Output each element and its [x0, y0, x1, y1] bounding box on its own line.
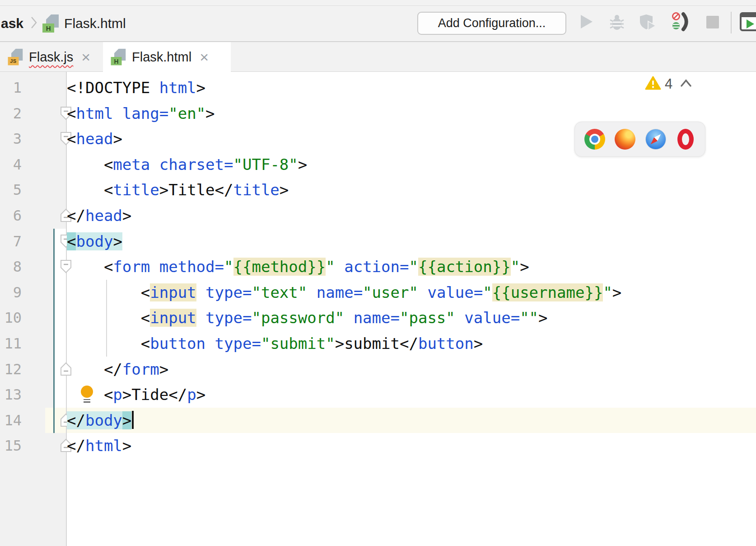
line-number: 13: [0, 382, 22, 408]
code-token: [150, 258, 159, 276]
code-token: >: [113, 130, 122, 148]
code-token: input: [150, 283, 196, 301]
breadcrumb-chevron-icon: [30, 15, 38, 32]
code-token: <: [67, 334, 150, 353]
stop-icon[interactable]: [706, 15, 719, 31]
code-token: </: [67, 207, 85, 225]
close-tab-icon[interactable]: ×: [81, 49, 90, 65]
chrome-icon[interactable]: [584, 129, 605, 150]
close-tab-icon[interactable]: ×: [200, 49, 209, 65]
code-token: >Title</: [159, 181, 233, 199]
code-token: html: [76, 104, 113, 122]
code-token: <: [67, 309, 150, 327]
line-number: 7: [0, 229, 22, 254]
run-icon[interactable]: [579, 14, 594, 32]
code-token: "UTF-8": [233, 155, 298, 174]
code-line-14[interactable]: </body>: [67, 408, 756, 433]
js-file-badge: JS: [8, 57, 19, 65]
safari-icon[interactable]: [645, 129, 666, 150]
code-token: "text": [252, 283, 307, 301]
code-token: >: [113, 232, 122, 250]
code-token: <!DOCTYPE: [67, 79, 159, 97]
line-number: 5: [0, 177, 22, 203]
tab-flask-html[interactable]: H Flask.html ×: [103, 42, 231, 72]
chevron-up-icon[interactable]: [679, 78, 693, 90]
intention-bulb-icon[interactable]: [81, 386, 94, 405]
code-token: form: [113, 258, 150, 276]
code-editor[interactable]: 123456789101112131415 <!DOCTYPE html><ht…: [0, 72, 756, 546]
code-token: [196, 309, 205, 327]
code-token: ": [511, 258, 520, 276]
code-token: ": [224, 258, 233, 276]
breadcrumb-file[interactable]: Flask.html: [64, 16, 126, 31]
code-line-8[interactable]: <form method="{{method}}" action="{{acti…: [67, 254, 756, 280]
code-token: {{username}}: [492, 283, 603, 301]
line-number: 15: [0, 433, 22, 459]
run-window-icon[interactable]: [740, 12, 756, 33]
html-file-badge: H: [42, 24, 54, 33]
warning-count: 4: [665, 76, 672, 92]
code-token: >Tide</: [122, 386, 187, 404]
code-line-5[interactable]: <title>Title</title>: [67, 177, 756, 203]
code-token: [455, 309, 464, 327]
inspection-widget[interactable]: 4: [645, 76, 693, 92]
code-line-9[interactable]: <input type="text" name="user" value="{{…: [67, 280, 756, 306]
code-token: ": [603, 283, 612, 301]
code-token: type=: [215, 334, 261, 353]
code-line-11[interactable]: <button type="submit">submit</button>: [67, 331, 756, 357]
code-token: [196, 283, 205, 301]
opera-icon[interactable]: [677, 129, 694, 150]
warning-triangle-icon: [645, 76, 661, 92]
code-token: p: [113, 386, 122, 404]
code-token: >: [538, 309, 547, 327]
code-token: [344, 309, 353, 327]
code-token: body: [76, 232, 113, 250]
breadcrumb-project[interactable]: ask: [1, 16, 23, 31]
code-token: value=: [427, 283, 483, 301]
code-token: type=: [205, 309, 252, 327]
code-token: "password": [252, 309, 344, 327]
code-line-13[interactable]: <p>Tide</p>: [67, 382, 756, 408]
matched-tag-scope-line: [53, 229, 55, 433]
code-token: [335, 258, 344, 276]
code-token: [307, 283, 316, 301]
code-token: title: [113, 181, 159, 199]
attach-debugger-icon[interactable]: [670, 12, 689, 33]
tab-label-flask-js[interactable]: Flask.js: [29, 50, 73, 65]
js-file-icon: JS: [8, 49, 24, 66]
code-token: body: [85, 411, 122, 429]
code-token: title: [233, 181, 279, 199]
open-in-browser-popup: [574, 122, 705, 157]
tab-label-flask-html[interactable]: Flask.html: [132, 50, 191, 65]
debug-icon[interactable]: [609, 14, 625, 33]
code-token: <: [67, 130, 76, 148]
code-token: value=: [464, 309, 520, 327]
code-line-6[interactable]: </head>: [67, 203, 756, 229]
code-token: >: [280, 181, 289, 199]
line-number: 10: [0, 305, 22, 331]
code-line-15[interactable]: </html>: [67, 433, 756, 459]
code-token: {{action}}: [418, 258, 511, 276]
firefox-icon[interactable]: [615, 129, 635, 150]
code-token: name=: [354, 309, 400, 327]
code-token: html: [159, 79, 196, 97]
add-configuration-button[interactable]: Add Configuration...: [417, 12, 566, 35]
code-line-12[interactable]: </form>: [67, 357, 756, 382]
breadcrumb: ask H Flask.html: [0, 6, 126, 41]
html-file-badge: H: [111, 57, 122, 65]
code-line-10[interactable]: <input type="password" name="pass" value…: [67, 305, 756, 331]
code-token: >: [298, 155, 307, 174]
line-number: 1: [0, 75, 22, 101]
editor-gutter: 123456789101112131415: [0, 72, 66, 546]
code-token: "user": [363, 283, 418, 301]
code-token: <: [67, 181, 113, 199]
code-token: form: [122, 360, 159, 378]
line-number: 11: [0, 331, 22, 357]
code-token: charset=: [159, 155, 233, 174]
run-with-coverage-icon[interactable]: [639, 14, 657, 33]
line-number: 6: [0, 203, 22, 229]
code-line-7[interactable]: <body>: [67, 229, 756, 254]
tab-flask-js[interactable]: JS Flask.js ×: [0, 42, 103, 72]
line-number: 12: [0, 357, 22, 382]
code-token: </: [67, 360, 122, 378]
